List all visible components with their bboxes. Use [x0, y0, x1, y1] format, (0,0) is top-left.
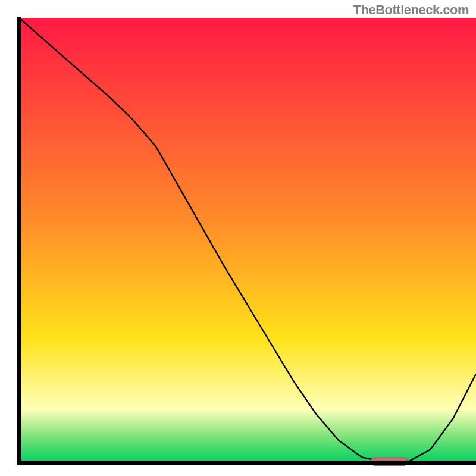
plot-background [19, 18, 476, 463]
attribution-text: TheBottleneck.com [353, 2, 469, 18]
chart-container: TheBottleneck.com [0, 0, 476, 476]
bottleneck-chart [0, 0, 476, 476]
